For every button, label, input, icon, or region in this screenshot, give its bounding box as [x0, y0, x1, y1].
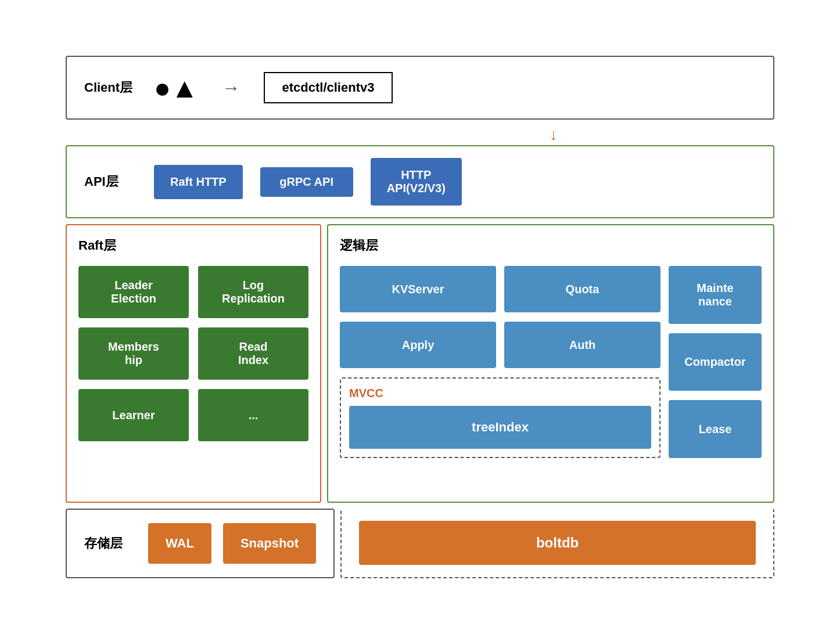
- auth-btn: Auth: [504, 322, 660, 368]
- arrow-down-icon: ↓: [550, 125, 558, 144]
- grpc-api-btn: gRPC API: [260, 167, 353, 197]
- diagram: Client层 ●▲ → etcdctl/clientv3 ↓ API层 Raf…: [54, 44, 786, 590]
- compactor-btn: Compactor: [669, 333, 762, 391]
- bottom-row: 存储层 WAL Snapshot boltdb: [66, 509, 774, 578]
- logic-row-1: KVServer Quota: [340, 266, 660, 312]
- arrow-right-icon: →: [222, 77, 240, 99]
- tree-index-btn: treeIndex: [349, 406, 651, 449]
- leader-election-btn: LeaderElection: [78, 266, 189, 318]
- snapshot-btn: Snapshot: [223, 523, 316, 564]
- etcd-box: etcdctl/clientv3: [264, 72, 393, 103]
- client-layer: Client层 ●▲ → etcdctl/clientv3: [66, 56, 774, 120]
- logic-right: Maintenance Compactor Lease: [669, 266, 762, 458]
- logic-row-2: Apply Auth: [340, 322, 660, 368]
- membership-btn: Membership: [78, 327, 189, 380]
- person-icon: ●▲: [154, 72, 199, 104]
- storage-layer-label: 存储层: [84, 535, 137, 552]
- storage-left: 存储层 WAL Snapshot: [66, 509, 335, 578]
- logic-layer-label: 逻辑层: [340, 237, 762, 254]
- api-layer: API层 Raft HTTP gRPC API HTTPAPI(V2/V3): [66, 145, 774, 218]
- client-layer-label: Client层: [84, 79, 137, 96]
- mvcc-label: MVCC: [349, 387, 651, 400]
- raft-layer: Raft层 LeaderElection LogReplication Memb…: [66, 224, 321, 503]
- api-layer-label: API层: [84, 173, 137, 190]
- maintenance-btn: Maintenance: [669, 266, 762, 324]
- logic-layer: 逻辑层 KVServer Quota Apply Auth MVCC: [327, 224, 774, 503]
- kvserver-btn: KVServer: [340, 266, 496, 312]
- raft-layer-label: Raft层: [78, 237, 308, 254]
- storage-layer-left: 存储层 WAL Snapshot: [66, 509, 335, 578]
- http-api-btn: HTTPAPI(V2/V3): [371, 158, 462, 206]
- middle-row: Raft层 LeaderElection LogReplication Memb…: [66, 224, 774, 503]
- learner-btn: Learner: [78, 389, 189, 441]
- wal-btn: WAL: [148, 523, 211, 564]
- quota-btn: Quota: [504, 266, 660, 312]
- apply-btn: Apply: [340, 322, 496, 368]
- lease-btn: Lease: [669, 400, 762, 458]
- raft-http-btn: Raft HTTP: [154, 165, 243, 199]
- mvcc-box: MVCC treeIndex: [340, 377, 660, 458]
- logic-main: KVServer Quota Apply Auth MVCC treeIndex: [340, 266, 762, 458]
- raft-grid: LeaderElection LogReplication Membership…: [78, 266, 308, 441]
- storage-right: boltdb: [340, 509, 774, 578]
- log-replication-btn: LogReplication: [198, 266, 308, 318]
- read-index-btn: ReadIndex: [198, 327, 308, 380]
- arrow-down-container: ↓: [333, 125, 774, 144]
- ellipsis-btn: ...: [198, 389, 308, 441]
- logic-left: KVServer Quota Apply Auth MVCC treeIndex: [340, 266, 660, 458]
- storage-layer-right: boltdb: [340, 509, 774, 578]
- boltdb-btn: boltdb: [359, 521, 756, 565]
